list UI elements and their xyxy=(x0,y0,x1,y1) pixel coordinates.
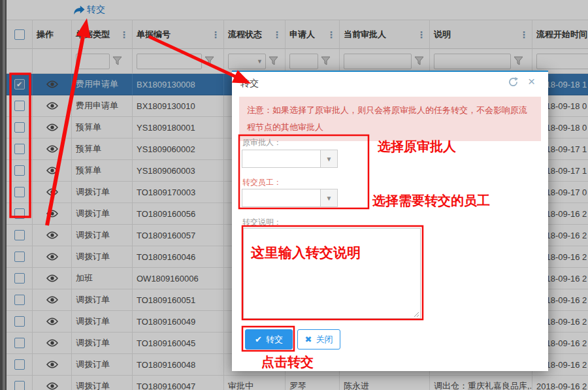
original-approver-label: 原审批人： xyxy=(242,137,282,148)
transfer-note-textarea[interactable] xyxy=(243,228,421,319)
refresh-icon[interactable] xyxy=(508,77,518,89)
original-approver-select[interactable]: ▼ xyxy=(242,150,338,168)
dialog-title: 转交 xyxy=(240,78,259,89)
notice-banner: 注意：如果选择了原审批人，则只会将原审批人的任务转交，不会影响原流程节点的其他审… xyxy=(239,97,541,141)
x-icon: ✖ xyxy=(305,334,312,344)
transfer-dialog: 转交 × 注意：如果选择了原审批人，则只会将原审批人的任务转交，不会影响原流程节… xyxy=(232,71,548,371)
confirm-transfer-label: 转交 xyxy=(266,334,283,346)
close-dialog-label: 关闭 xyxy=(316,334,333,346)
confirm-transfer-button[interactable]: ✔ 转交 xyxy=(245,329,293,349)
close-dialog-button[interactable]: ✖ 关闭 xyxy=(297,329,340,349)
check-icon: ✔ xyxy=(255,334,262,344)
close-icon[interactable]: × xyxy=(528,74,535,89)
transfer-employee-select[interactable]: ▼ xyxy=(242,189,338,207)
chevron-down-icon[interactable]: ▼ xyxy=(320,189,337,206)
chevron-down-icon[interactable]: ▼ xyxy=(320,150,337,167)
transfer-employee-label: 转交员工： xyxy=(242,177,282,188)
transfer-note-label: 转交说明： xyxy=(242,217,282,228)
resize-handle[interactable] xyxy=(413,311,419,317)
